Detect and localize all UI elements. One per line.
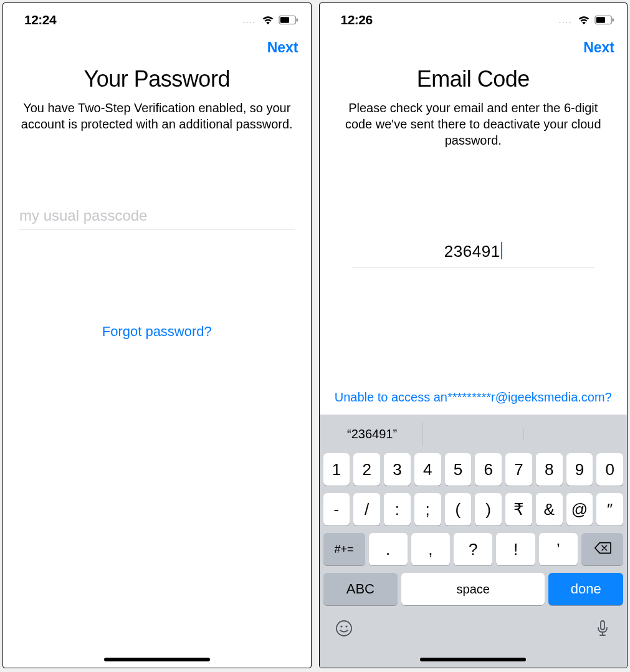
key-slash[interactable]: / (353, 493, 380, 526)
key-exclaim[interactable]: ! (496, 533, 535, 565)
svg-rect-1 (296, 18, 298, 22)
key-comma[interactable]: , (411, 533, 450, 565)
home-indicator[interactable] (420, 658, 526, 661)
keyboard-row-3: #+= . , ? ! ’ (322, 529, 625, 569)
status-bar: 12:26 .... (320, 3, 628, 33)
key-5[interactable]: 5 (445, 453, 472, 486)
key-question[interactable]: ? (454, 533, 492, 565)
backspace-icon (594, 541, 611, 558)
microphone-icon[interactable] (593, 619, 612, 640)
wifi-icon (577, 14, 591, 26)
password-field-wrap (19, 207, 295, 230)
page-title: Your Password (13, 66, 301, 92)
page-subtitle: Please check your email and enter the 6-… (325, 100, 623, 148)
key-amp[interactable]: & (536, 493, 563, 526)
keyboard-row-2: - / : ; ( ) ₹ & @ ″ (322, 489, 625, 529)
status-right: .... (242, 14, 298, 26)
key-abc[interactable]: ABC (323, 573, 398, 605)
key-9[interactable]: 9 (566, 453, 593, 486)
page-subtitle: You have Two-Step Verification enabled, … (13, 100, 301, 132)
key-8[interactable]: 8 (536, 453, 563, 486)
forgot-password-link[interactable]: Forgot password? (102, 324, 212, 340)
key-0[interactable]: 0 (596, 453, 623, 486)
keyboard: “236491” 1 2 3 4 5 6 7 8 9 0 - / : ; ( )… (320, 415, 628, 668)
home-indicator[interactable] (104, 658, 210, 661)
keyboard-bottom-row (322, 609, 625, 663)
status-time: 12:26 (341, 12, 373, 27)
key-doubleprime[interactable]: ″ (596, 493, 623, 526)
phone-password-screen: 12:24 .... Next Your Password You have T… (2, 2, 312, 668)
key-colon[interactable]: : (384, 493, 411, 526)
key-dash[interactable]: - (323, 493, 350, 526)
code-field-wrap[interactable]: 236491 (352, 242, 595, 268)
password-input[interactable] (19, 207, 295, 224)
key-rupee[interactable]: ₹ (505, 493, 532, 526)
keyboard-row-1: 1 2 3 4 5 6 7 8 9 0 (322, 449, 625, 489)
svg-point-6 (336, 621, 351, 636)
cellular-dots-icon: .... (558, 14, 572, 26)
status-right: .... (558, 14, 614, 26)
next-button[interactable]: Next (267, 39, 298, 56)
key-4[interactable]: 4 (414, 453, 441, 486)
key-period[interactable]: . (369, 533, 408, 565)
svg-rect-2 (280, 17, 289, 22)
keyboard-row-4: ABC space done (322, 569, 625, 609)
key-lparen[interactable]: ( (445, 493, 472, 526)
key-done[interactable]: done (548, 573, 623, 605)
suggestion-bar: “236491” (322, 418, 625, 449)
svg-point-8 (345, 625, 347, 627)
key-rparen[interactable]: ) (475, 493, 502, 526)
next-button[interactable]: Next (583, 39, 614, 56)
battery-icon (279, 15, 298, 25)
key-apostrophe[interactable]: ’ (539, 533, 578, 565)
key-2[interactable]: 2 (353, 453, 380, 486)
key-6[interactable]: 6 (475, 453, 502, 486)
emoji-icon[interactable] (335, 619, 353, 640)
nav-bar: Next (320, 33, 628, 60)
key-space[interactable]: space (401, 573, 545, 605)
key-3[interactable]: 3 (384, 453, 411, 486)
key-7[interactable]: 7 (505, 453, 532, 486)
code-input-value: 236491 (444, 242, 500, 261)
unable-to-access-link[interactable]: Unable to access an*********r@igeeksmedi… (325, 384, 623, 415)
suggestion-item-empty[interactable] (524, 429, 624, 439)
status-bar: 12:24 .... (3, 3, 311, 33)
content-area: Your Password You have Two-Step Verifica… (3, 60, 311, 668)
suggestion-item[interactable]: “236491” (322, 422, 423, 446)
wifi-icon (261, 14, 275, 26)
key-alt-symbols[interactable]: #+= (323, 533, 365, 565)
key-1[interactable]: 1 (323, 453, 350, 486)
phone-emailcode-screen: 12:26 .... Next Email Code Please check … (319, 2, 628, 668)
cellular-dots-icon: .... (242, 14, 256, 26)
battery-icon (594, 15, 614, 25)
nav-bar: Next (3, 33, 311, 60)
status-time: 12:24 (24, 12, 56, 27)
key-backspace[interactable] (581, 533, 623, 565)
text-cursor (501, 242, 502, 259)
page-title: Email Code (325, 66, 623, 92)
svg-rect-9 (601, 621, 604, 630)
suggestion-item-empty[interactable] (423, 429, 524, 439)
key-at[interactable]: @ (566, 493, 593, 526)
key-semicolon[interactable]: ; (414, 493, 441, 526)
svg-rect-5 (596, 17, 605, 22)
svg-point-7 (340, 625, 342, 627)
content-area: Email Code Please check your email and e… (320, 60, 628, 415)
svg-rect-4 (612, 18, 614, 22)
